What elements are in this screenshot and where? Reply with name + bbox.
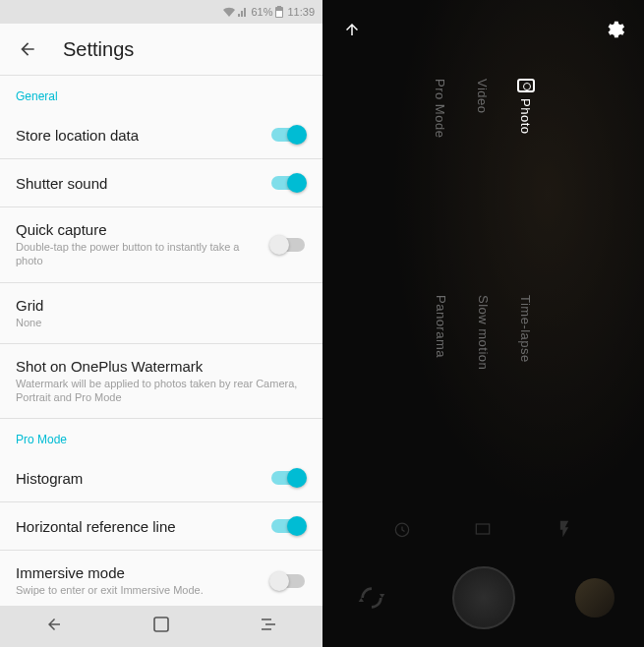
svg-rect-1 [277, 6, 281, 8]
nav-recents-icon [260, 618, 277, 631]
setting-label: Shutter sound [16, 175, 269, 192]
switch-camera-icon [356, 582, 387, 614]
switch-camera-button[interactable] [352, 578, 391, 618]
svg-rect-5 [477, 524, 490, 534]
setting-sub: Swipe to enter or exit Immersive Mode. [16, 583, 269, 597]
wifi-icon [223, 7, 235, 17]
page-title: Settings [63, 38, 134, 61]
nav-home-icon [153, 617, 169, 632]
flash-icon[interactable] [555, 519, 574, 539]
setting-watermark[interactable]: Shot on OnePlus Watermark Watermark will… [0, 344, 322, 419]
gallery-thumbnail[interactable] [575, 578, 615, 618]
camera-top-bar [322, 0, 644, 59]
mode-panorama[interactable]: Panorama [434, 295, 448, 370]
setting-label: Immersive mode [16, 564, 269, 581]
battery-text: 61% [251, 6, 272, 18]
nav-back-button[interactable] [26, 608, 83, 645]
arrow-up-icon [343, 21, 361, 38]
setting-label: Histogram [16, 470, 269, 487]
nav-back-icon [45, 616, 63, 633]
settings-list[interactable]: General Store location data Shutter soun… [0, 75, 322, 606]
setting-immersive[interactable]: Immersive mode Swipe to enter or exit Im… [0, 551, 322, 606]
status-icons: 61% [223, 6, 283, 18]
section-pro: Pro Mode [0, 419, 322, 454]
toggle-immersive[interactable] [269, 571, 307, 591]
arrow-left-icon [18, 39, 37, 59]
mode-slowmo[interactable]: Slow motion [476, 295, 491, 370]
svg-rect-2 [276, 11, 282, 17]
setting-label: Grid [16, 297, 307, 314]
toggle-shutter-sound[interactable] [269, 173, 307, 193]
setting-label: Shot on OnePlus Watermark [16, 358, 307, 375]
signal-icon [238, 7, 248, 17]
setting-sub: None [16, 316, 307, 329]
battery-icon [275, 6, 283, 18]
camera-modes-secondary: Panorama Slow motion Time-lapse [434, 295, 533, 370]
setting-label: Horizontal reference line [16, 518, 269, 535]
setting-grid[interactable]: Grid None [0, 283, 322, 343]
setting-store-location[interactable]: Store location data [0, 111, 322, 158]
mode-timelapse[interactable]: Time-lapse [518, 295, 533, 370]
mode-video[interactable]: Video [475, 79, 490, 114]
nav-home-button[interactable] [134, 609, 189, 644]
camera-pane: Pro Mode Video Photo Panorama Slow motio… [322, 0, 644, 647]
toggle-store-location[interactable] [269, 125, 307, 145]
toggle-quick-capture[interactable] [269, 235, 307, 255]
setting-label: Store location data [16, 127, 269, 144]
app-bar: Settings [0, 24, 322, 75]
mode-pro[interactable]: Pro Mode [433, 79, 447, 138]
mode-photo[interactable]: Photo [517, 79, 535, 134]
camera-settings-button[interactable] [603, 18, 626, 41]
aspect-icon[interactable] [473, 519, 493, 539]
toggle-histogram[interactable] [269, 468, 307, 488]
section-general: General [0, 76, 322, 111]
status-bar: 61% 11:39 [0, 0, 322, 24]
nav-recents-button[interactable] [240, 610, 297, 643]
toggle-horizontal-ref[interactable] [269, 516, 307, 536]
setting-horizontal-ref[interactable]: Horizontal reference line [0, 502, 322, 550]
camera-quick-row [322, 509, 644, 549]
camera-bottom-bar [322, 509, 644, 647]
gear-icon [604, 19, 625, 40]
setting-label: Quick capture [16, 221, 269, 238]
back-button[interactable] [16, 37, 39, 61]
setting-sub: Double-tap the power button to instantly… [16, 240, 269, 268]
shutter-button[interactable] [452, 566, 515, 629]
setting-quick-capture[interactable]: Quick capture Double-tap the power butto… [0, 207, 322, 282]
settings-pane: 61% 11:39 Settings General Store locatio… [0, 0, 322, 647]
setting-shutter-sound[interactable]: Shutter sound [0, 159, 322, 206]
setting-sub: Watermark will be applied to photos take… [16, 377, 307, 405]
camera-up-button[interactable] [340, 18, 364, 41]
setting-histogram[interactable]: Histogram [0, 454, 322, 501]
timer-icon[interactable] [392, 519, 412, 539]
mode-photo-label: Photo [518, 98, 533, 134]
camera-modes-primary: Pro Mode Video Photo [433, 79, 535, 138]
status-time: 11:39 [287, 6, 315, 18]
camera-shutter-row [322, 549, 644, 647]
camera-icon [517, 79, 535, 92]
svg-rect-3 [154, 618, 168, 631]
navigation-bar [0, 606, 322, 647]
